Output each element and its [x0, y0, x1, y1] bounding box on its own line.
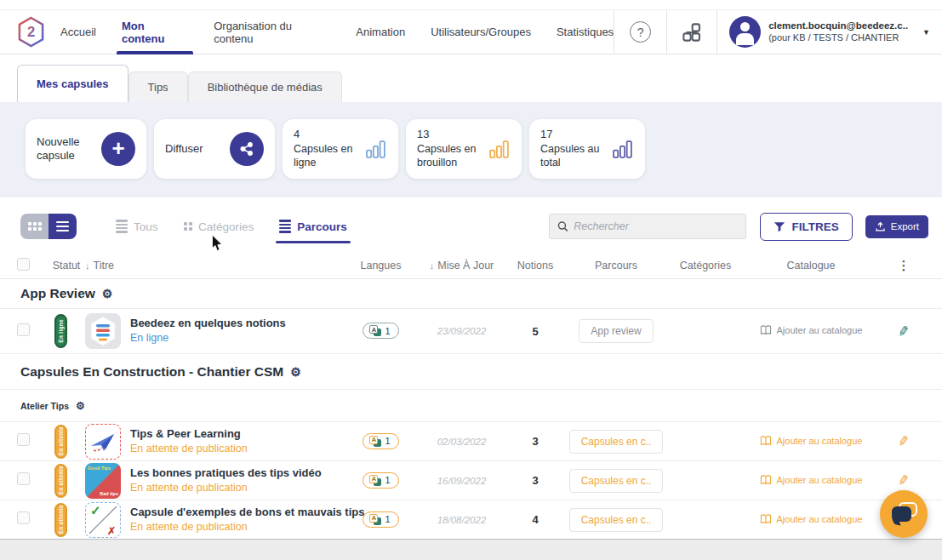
gear-icon[interactable]: ⚙: [102, 287, 113, 300]
filter-parcours[interactable]: Parcours: [279, 218, 347, 235]
notions-count: 5: [506, 325, 564, 338]
row-checkbox[interactable]: [17, 472, 30, 485]
col-statut[interactable]: Statut: [48, 260, 85, 271]
col-titre[interactable]: ↓Titre: [85, 260, 345, 271]
col-langues[interactable]: Langues: [345, 260, 417, 271]
add-to-catalogue-button[interactable]: Ajouter au catalogue: [760, 436, 863, 446]
parcours-button[interactable]: App review: [579, 319, 653, 343]
translate-icon: A: [369, 475, 381, 486]
add-to-catalogue-button[interactable]: Ajouter au catalogue: [760, 514, 863, 524]
parcours-icon: [279, 218, 291, 235]
user-menu[interactable]: clement.bocquin@beedeez.c.. (pour KB / T…: [716, 10, 942, 54]
col-catalogue[interactable]: Catalogue: [743, 260, 879, 271]
gear-icon[interactable]: ⚙: [290, 365, 301, 379]
col-notions[interactable]: Notions: [506, 260, 564, 271]
thumb-good-label: Good Tips: [88, 466, 111, 471]
table-row[interactable]: En attente ✓ ✗ Capsule d'exemples de bon…: [0, 500, 942, 540]
tab-bibliotheque[interactable]: Bibliothèque de médias: [188, 71, 342, 102]
filter-categories[interactable]: Catégories: [184, 220, 254, 233]
header-right: ? clement.bocquin@beedeez.c.. (pour KB /…: [614, 10, 942, 54]
nav-mon-contenu[interactable]: Mon contenu: [122, 10, 188, 54]
edit-icon[interactable]: ✎: [897, 322, 911, 340]
funnel-icon: [774, 221, 785, 232]
filtres-button[interactable]: FILTRES: [760, 213, 853, 241]
col-maj[interactable]: ↓Mise À Jour: [417, 260, 506, 271]
select-all-checkbox[interactable]: [17, 258, 30, 271]
add-button[interactable]: +: [101, 132, 135, 166]
section-title: Atelier Tips: [20, 401, 69, 411]
search-icon: [557, 220, 568, 232]
gear-icon[interactable]: ⚙: [76, 400, 85, 412]
beedeez-logo[interactable]: 2: [0, 10, 60, 54]
columns-menu-icon[interactable]: ⋮: [879, 258, 928, 273]
diffuser-card[interactable]: Diffuser: [154, 119, 275, 179]
add-to-catalogue-button[interactable]: Ajouter au catalogue: [760, 475, 863, 485]
table-row[interactable]: En attente Tips & Peer Learning En atten…: [0, 422, 942, 461]
tab-mes-capsules[interactable]: Mes capsules: [17, 65, 128, 102]
parcours-button[interactable]: Capsules en c..: [569, 508, 664, 532]
capsule-title[interactable]: Beedeez en quelques notions: [130, 317, 286, 331]
help-button[interactable]: ?: [614, 10, 666, 54]
edit-icon[interactable]: ✎: [897, 471, 911, 489]
nav-animation[interactable]: Animation: [356, 10, 405, 54]
col-parcours[interactable]: Parcours: [564, 260, 668, 271]
translate-icon: A: [369, 514, 381, 525]
diffuser-label: Diffuser: [165, 142, 203, 156]
section-atelier-tips: Atelier Tips ⚙: [0, 390, 942, 422]
section-capsules-construction: Capsules En Construction - Chantier CSM …: [0, 354, 942, 390]
capsule-thumbnail: Good Tips Bad tips: [85, 463, 121, 499]
row-checkbox[interactable]: [17, 433, 30, 446]
languages-badge[interactable]: A1: [363, 323, 398, 339]
search-box[interactable]: [549, 214, 746, 239]
new-capsule-card[interactable]: Nouvelle capsule +: [26, 119, 146, 179]
share-button[interactable]: [230, 132, 264, 166]
edit-icon[interactable]: ✎: [897, 432, 911, 450]
nav-organisation[interactable]: Organisation du contenu: [214, 10, 330, 54]
capsule-title[interactable]: Capsule d'exemples de bons et mauvais ti…: [130, 506, 345, 520]
col-categories[interactable]: Catégories: [668, 260, 743, 271]
user-identity: clement.bocquin@beedeez.c.. (pour KB / T…: [768, 20, 908, 43]
languages-badge[interactable]: A1: [363, 511, 398, 528]
search-input[interactable]: [574, 220, 737, 232]
add-to-catalogue-button[interactable]: Ajouter au catalogue: [760, 325, 863, 335]
tab-tips[interactable]: Tips: [128, 71, 188, 102]
stat-card-total[interactable]: 17 Capsules au total: [529, 119, 645, 179]
parcours-button[interactable]: Capsules en c..: [569, 469, 664, 493]
online-count: 4: [294, 128, 366, 142]
filtres-label: FILTRES: [792, 220, 839, 233]
list-toolbar: Tous Catégories Parcours: [0, 211, 942, 242]
share-nodes-icon: [239, 141, 254, 157]
languages-badge[interactable]: A1: [363, 472, 398, 489]
list-view-button[interactable]: [49, 214, 77, 239]
grid-view-button[interactable]: [20, 214, 49, 239]
bottom-strip: [0, 540, 942, 560]
capsule-thumbnail: ✓ ✗: [85, 502, 121, 538]
table-row[interactable]: En attente Good Tips Bad tips Les bonnes…: [0, 461, 942, 500]
capsule-thumbnail: [85, 313, 121, 349]
languages-badge[interactable]: A1: [363, 433, 398, 449]
chat-widget-button[interactable]: [880, 490, 928, 538]
row-checkbox[interactable]: [17, 323, 30, 336]
status-badge: En attente: [54, 425, 67, 459]
stat-card-online[interactable]: 4 Capsules en ligne: [283, 119, 398, 179]
org-switch-button[interactable]: [666, 10, 716, 54]
plus-icon: +: [111, 137, 124, 159]
nav-utilisateurs[interactable]: Utilisateurs/Groupes: [431, 10, 531, 54]
nav-accueil[interactable]: Accueil: [60, 10, 96, 54]
parcours-button[interactable]: Capsules en c..: [569, 430, 664, 454]
capsule-status-text: En attente de publication: [130, 481, 322, 494]
updated-date: 16/09/2022: [417, 476, 506, 486]
capsule-title[interactable]: Les bonnes pratiques des tips vidéo: [130, 466, 322, 481]
filter-tous-label: Tous: [134, 220, 158, 233]
draft-label: Capsules en brouillon: [417, 142, 489, 170]
section-title: App Review: [20, 286, 95, 301]
cross-icon: ✗: [107, 525, 116, 537]
user-email: clement.bocquin@beedeez.c..: [768, 20, 908, 31]
nav-statistiques[interactable]: Statistiques: [557, 10, 614, 54]
capsule-title[interactable]: Tips & Peer Learning: [130, 427, 248, 442]
table-row[interactable]: En ligne Beedeez en quelques notions En …: [0, 308, 942, 354]
row-checkbox[interactable]: [17, 511, 30, 524]
export-button[interactable]: Export: [865, 215, 928, 238]
stat-card-draft[interactable]: 13 Capsules en brouillon: [406, 119, 522, 179]
filter-tous[interactable]: Tous: [116, 218, 158, 235]
